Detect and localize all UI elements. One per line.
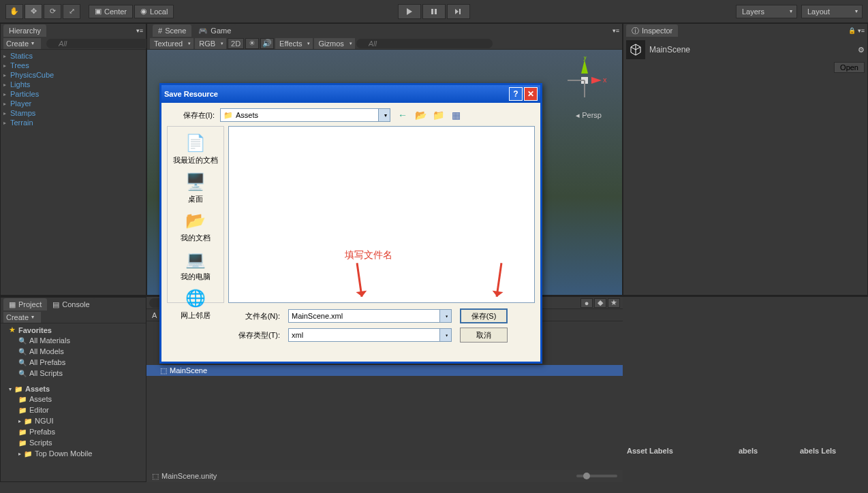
breadcrumb-text[interactable]: A (149, 311, 157, 319)
save-in-dropdown[interactable]: 📁 Assets (220, 108, 390, 122)
scene-search-input[interactable] (356, 39, 493, 48)
main-toolbar: ✋ ✥ ⟳ ⤢ ▣Center ◉Local Layers Layout (0, 0, 868, 23)
console-tab[interactable]: ▤ Console (47, 298, 95, 311)
open-button[interactable]: Open (834, 62, 865, 73)
project-tab[interactable]: ▦ Project (3, 298, 47, 311)
places-bar: 📄我最近的文档 🖥️桌面 📂我的文档 💻我的电脑 🌐网上邻居 (167, 126, 224, 303)
favorites-group[interactable]: ★Favorites (1, 325, 146, 335)
project-create-button[interactable]: Create (3, 312, 41, 323)
axis-y-label: y (583, 57, 587, 61)
shading-dropdown[interactable]: Textured (150, 38, 193, 49)
hierarchy-item[interactable]: Lights (1, 80, 146, 89)
play-controls (398, 4, 470, 19)
nav-icons: ← 📂 📁 ▦ (396, 108, 463, 122)
place-network[interactable]: 🌐网上邻居 (168, 285, 223, 323)
dialog-body: 保存在(I): 📁 Assets ← 📂 📁 ▦ 📄我最近的文档 🖥️桌面 📂我… (161, 103, 540, 362)
inspector-tab[interactable]: ⓘ Inspector (626, 25, 678, 37)
folder-item[interactable]: 📁Assets (1, 394, 146, 404)
help-button[interactable]: ? (509, 87, 523, 101)
hierarchy-item[interactable]: PhysicsCube (1, 70, 146, 80)
filename-input[interactable]: MainScene.xml (288, 309, 452, 323)
favorite-item[interactable]: 🔍All Prefabs (1, 357, 146, 368)
folder-item[interactable]: ▸📁NGUI (1, 415, 146, 426)
project-icon: ▦ (9, 300, 16, 309)
folder-item[interactable]: ▸📁Top Down Mobile (1, 448, 146, 459)
project-header: ▦ Project ▤ Console (1, 298, 146, 311)
place-documents[interactable]: 📂我的文档 (168, 207, 223, 246)
2d-toggle[interactable]: 2D (228, 38, 244, 49)
folder-item[interactable]: 📁Editor (1, 404, 146, 415)
lighting-toggle[interactable]: ☀ (245, 38, 259, 49)
rendermode-dropdown[interactable]: RGB (195, 38, 226, 49)
project-tree: ★Favorites 🔍All Materials 🔍All Models 🔍A… (1, 323, 146, 460)
hand-tool[interactable]: ✋ (5, 4, 23, 19)
orientation-gizmo[interactable]: y x (561, 57, 608, 104)
hierarchy-item[interactable]: Player (1, 99, 146, 108)
asset-item-selected[interactable]: ⬚MainScene (146, 365, 623, 376)
assets-group[interactable]: ▾📁Assets (1, 384, 146, 394)
scale-tool[interactable]: ⤢ (63, 4, 80, 19)
hierarchy-tab[interactable]: Hierarchy (3, 25, 46, 37)
pivot-center-toggle[interactable]: ▣Center (89, 5, 133, 18)
file-list-area[interactable]: 填写文件名 (228, 126, 535, 303)
labels-extra: abels (739, 447, 758, 455)
place-desktop[interactable]: 🖥️桌面 (168, 168, 223, 207)
close-button[interactable]: ✕ (524, 87, 538, 101)
place-computer[interactable]: 💻我的电脑 (168, 246, 223, 285)
folder-item[interactable]: 📁Scripts (1, 437, 146, 448)
hierarchy-item[interactable]: Statics (1, 51, 146, 61)
gizmos-dropdown[interactable]: Gizmos (314, 38, 354, 49)
hierarchy-create-button[interactable]: Create (3, 38, 41, 49)
local-global-toggle[interactable]: ◉Local (134, 5, 174, 18)
up-icon[interactable]: 📂 (414, 108, 427, 122)
right-tools: Layers Layout (736, 5, 863, 18)
asset-status-bar: ⬚ MainScene.unity (146, 470, 623, 482)
pause-button[interactable] (422, 4, 446, 19)
favorite-item[interactable]: 🔍All Models (1, 346, 146, 357)
panel-menu-icon[interactable]: ▾≡ (613, 27, 619, 34)
dialog-titlebar[interactable]: Save Resource ? ✕ (161, 85, 540, 103)
folder-item[interactable]: 📁Prefabs (1, 426, 146, 437)
newfolder-icon[interactable]: 📁 (431, 108, 445, 122)
asset-labels-heading: Asset Labels (627, 447, 673, 455)
tab-game[interactable]: 🎮Game (193, 25, 236, 37)
effects-dropdown[interactable]: Effects (275, 38, 313, 49)
thumbnail-slider[interactable] (576, 475, 617, 477)
filetype-dropdown[interactable]: xml (288, 328, 452, 342)
persp-label[interactable]: ◂ Persp (576, 111, 602, 120)
computer-icon: 💻 (185, 249, 206, 270)
filetype-label: 保存类型(T): (228, 330, 280, 340)
step-button[interactable] (447, 4, 470, 19)
hierarchy-item[interactable]: Trees (1, 61, 146, 70)
play-button[interactable] (398, 4, 421, 19)
hierarchy-search-input[interactable] (46, 39, 159, 48)
game-icon: 🎮 (198, 27, 208, 35)
panel-menu-icon[interactable]: ▾≡ (136, 27, 143, 34)
inspector-object-name: MainScene (649, 45, 690, 54)
label-icon[interactable]: ◆ (594, 298, 606, 308)
favorite-item[interactable]: 🔍All Scripts (1, 368, 146, 379)
star-icon: ★ (9, 325, 16, 334)
place-recent[interactable]: 📄我最近的文档 (168, 129, 223, 168)
hierarchy-item[interactable]: Particles (1, 89, 146, 99)
tab-scene[interactable]: #Scene (153, 25, 191, 37)
layout-dropdown[interactable]: Layout (801, 5, 863, 18)
rotate-tool[interactable]: ⟳ (44, 4, 61, 19)
scene-tabs: #Scene 🎮Game (150, 25, 236, 37)
lock-icon[interactable]: 🔒 ▾≡ (848, 27, 865, 34)
save-button[interactable]: 保存(S) (460, 308, 508, 323)
console-icon: ▤ (52, 300, 59, 309)
settings-icon[interactable]: ⚙ (858, 46, 865, 54)
hierarchy-item[interactable]: Terrain (1, 118, 146, 127)
filter-icon[interactable]: ● (580, 298, 593, 308)
viewmode-icon[interactable]: ▦ (449, 108, 463, 122)
move-tool[interactable]: ✥ (25, 4, 42, 19)
back-icon[interactable]: ← (396, 108, 409, 122)
type-icon[interactable]: ★ (608, 298, 620, 308)
cancel-button[interactable]: 取消 (460, 328, 508, 343)
layers-dropdown[interactable]: Layers (736, 5, 797, 18)
hierarchy-item[interactable]: Stamps (1, 108, 146, 118)
audio-toggle[interactable]: 🔊 (260, 38, 274, 49)
favorite-item[interactable]: 🔍All Materials (1, 335, 146, 346)
inspector-panel: ⓘ Inspector 🔒 ▾≡ MainScene ⚙ Open (623, 23, 868, 296)
